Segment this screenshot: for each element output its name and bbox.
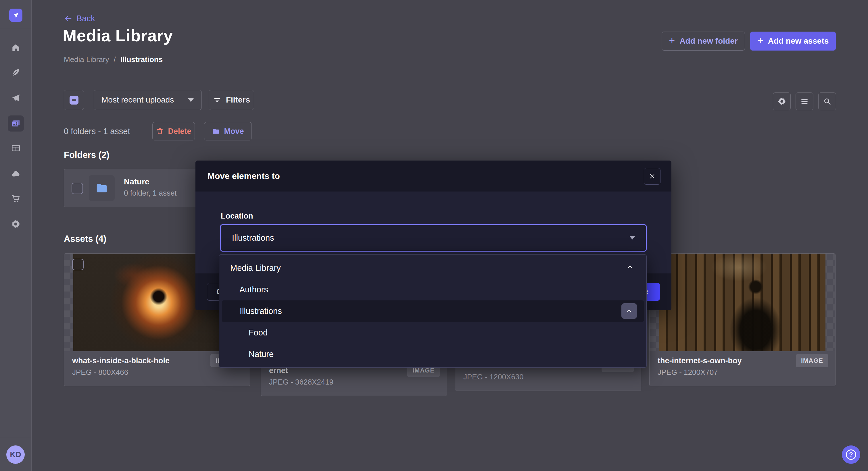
asset-name: what-s-inside-a-black-hole [72,357,169,365]
avatar[interactable]: KD [6,445,25,464]
move-label: Move [224,127,244,136]
location-label: Location [221,212,253,221]
sort-value: Most recent uploads [101,95,174,105]
tree-item-authors[interactable]: Authors [219,279,646,300]
tree-item-label: Food [249,328,268,337]
logo-glyph-icon [12,11,20,19]
breadcrumb-separator: / [114,55,116,64]
filters-button[interactable]: Filters [209,90,254,110]
tree-item-nature[interactable]: Nature [219,343,646,365]
page-title: Media Library [63,26,173,45]
question-icon: ? [846,449,856,460]
cloud-icon [11,169,21,179]
search-icon [823,97,832,106]
asset-meta: JPEG - 1200X707 [658,368,718,377]
sidebar-divider-bottom [0,438,32,438]
sidebar-item-marketplace[interactable] [8,191,24,207]
asset-card-internets-own-boy[interactable]: the-internet-s-own-boy JPEG - 1200X707 I… [649,253,836,386]
tree-item-media-library[interactable]: Media Library [219,257,646,279]
list-icon [800,97,809,106]
gear-icon [777,97,786,106]
chevron-down-icon [630,236,635,239]
asset-meta: JPEG - 3628X2419 [269,378,333,386]
folder-icon [95,181,108,195]
strapi-logo[interactable] [9,9,23,22]
asset-type-badge: IMAGE [796,354,828,367]
add-new-folder-label: Add new folder [679,36,738,46]
delete-button[interactable]: Delete [152,122,195,140]
filters-label: Filters [226,95,250,105]
folder-name[interactable]: Nature [124,177,150,187]
search-button[interactable] [818,93,836,110]
location-select[interactable]: Illustrations [220,224,647,251]
asset-meta: JPEG - 1200X630 [463,372,524,381]
folder-icon [212,127,220,135]
close-icon [649,173,656,180]
sidebar-divider [0,29,32,29]
add-new-assets-button[interactable]: + Add new assets [750,32,836,51]
sidebar-item-deploy[interactable] [8,166,24,182]
sidebar-item-content-manager[interactable] [8,140,24,156]
add-new-assets-label: Add new assets [768,36,829,46]
location-value: Illustrations [232,233,274,243]
folder-checkbox[interactable] [71,183,83,194]
tree-item-label: Nature [249,349,274,359]
back-label: Back [76,14,95,23]
select-all-checkbox[interactable] [64,90,84,110]
list-view-button[interactable] [796,93,813,110]
move-button[interactable]: Move [204,122,252,140]
plus-icon: + [757,36,764,46]
library-image [659,254,826,351]
home-icon [11,43,21,53]
modal-header: Move elements to [195,161,672,192]
send-icon [11,93,21,103]
sidebar: KD [0,0,32,471]
close-button[interactable] [644,168,660,185]
selection-summary: 0 folders - 1 asset [64,122,130,140]
help-button[interactable]: ? [842,445,860,464]
app-root: KD Back Media Library Media Library / Il… [0,0,868,471]
feather-icon [11,67,21,77]
chevron-up-icon [626,308,632,314]
assets-heading: Assets (4) [64,234,106,244]
asset-meta: JPEG - 800X466 [72,368,128,377]
sidebar-item-media-library[interactable] [8,115,24,132]
back-link[interactable]: Back [64,14,95,23]
tree-item-label: Media Library [230,263,281,273]
breadcrumb-current: Illustrations [120,55,163,64]
tree-item-food[interactable]: Food [219,322,646,343]
chevron-up-icon[interactable] [626,263,634,273]
tree-item-label: Illustrations [240,306,282,316]
layout-icon [11,143,21,153]
delete-label: Delete [168,127,191,136]
chevron-down-icon [188,98,194,102]
asset-name: the-internet-s-own-boy [658,357,742,365]
cart-icon [11,194,21,204]
location-tree-dropdown: Media Library Authors Illustrations Food… [219,255,647,368]
images-icon [11,118,21,129]
trash-icon [156,127,164,135]
indeterminate-checkbox-icon [69,96,79,105]
back-arrow-icon [64,15,72,23]
asset-checkbox[interactable] [72,259,84,270]
sort-select[interactable]: Most recent uploads [94,90,202,110]
plus-icon: + [669,36,675,46]
folder-meta: 0 folder, 1 asset [124,189,177,198]
sidebar-item-settings[interactable] [8,216,24,232]
gear-icon [11,219,21,229]
folders-heading: Folders (2) [64,150,109,160]
asset-thumbnail [650,254,835,351]
view-settings-button[interactable] [773,93,791,110]
sidebar-item-content-builder[interactable] [8,64,24,80]
sidebar-item-home[interactable] [8,40,24,56]
tree-item-label: Authors [240,285,268,294]
collapse-button[interactable] [621,303,637,319]
filter-icon [213,95,222,105]
sidebar-item-releases[interactable] [8,90,24,106]
breadcrumb-parent[interactable]: Media Library [64,55,109,64]
modal-title: Move elements to [208,171,280,181]
tree-item-illustrations[interactable]: Illustrations [222,300,644,322]
add-new-folder-button[interactable]: + Add new folder [662,32,745,51]
folder-tile [89,175,115,201]
breadcrumb: Media Library / Illustrations [64,55,163,64]
